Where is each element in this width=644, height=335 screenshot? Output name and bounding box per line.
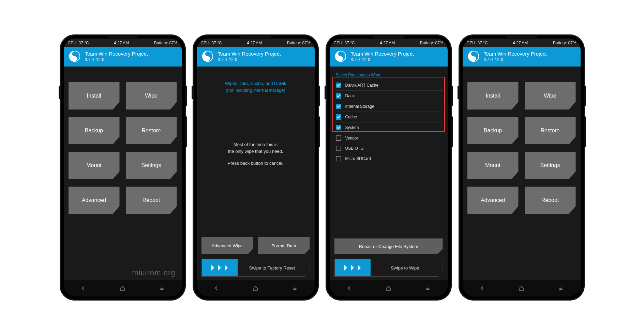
header-version: 3.7.0_12-0 xyxy=(351,57,414,62)
status-cpu: CPU: 37 °C xyxy=(68,41,89,45)
status-time: 4:27 AM xyxy=(114,41,129,45)
checkbox-icon[interactable] xyxy=(336,104,341,109)
wipe-button[interactable]: Wipe xyxy=(525,82,576,110)
swipe-slider[interactable]: Swipe to Factory Reset xyxy=(201,259,310,277)
partition-row[interactable]: Dalvik/ART Cache xyxy=(334,80,443,91)
mount-button[interactable]: Mount xyxy=(467,152,519,179)
twrp-logo-icon xyxy=(69,50,81,62)
nav-menu-icon[interactable] xyxy=(285,285,305,291)
checkbox-icon[interactable] xyxy=(336,93,341,99)
backup-button[interactable]: Backup xyxy=(69,117,120,144)
navbar xyxy=(64,280,182,296)
partition-list: Dalvik/ART CacheDataInternal StorageCach… xyxy=(334,80,443,164)
nav-home-icon[interactable] xyxy=(245,285,266,291)
advanced-button[interactable]: Advanced xyxy=(467,187,519,214)
nav-back-icon[interactable] xyxy=(339,285,359,291)
repair-fs-button[interactable]: Repair or Change File System xyxy=(334,238,443,254)
partition-row[interactable]: Cache xyxy=(334,112,443,122)
install-button[interactable]: Install xyxy=(467,82,519,110)
reboot-button[interactable]: Reboot xyxy=(126,187,177,214)
backup-button[interactable]: Backup xyxy=(467,117,519,144)
svg-point-20 xyxy=(472,58,474,60)
nav-menu-icon[interactable] xyxy=(418,285,438,291)
partition-row[interactable]: System xyxy=(334,122,443,133)
wipe-description: Wipes Data, Cache, and Dalvik (not inclu… xyxy=(201,80,310,93)
statusbar: CPU: 37 °C 4:27 AM Battery: 87% xyxy=(197,39,315,47)
reboot-button[interactable]: Reboot xyxy=(525,187,576,214)
partition-row[interactable]: Vendor xyxy=(334,133,443,143)
status-time: 4:27 AM xyxy=(380,41,395,45)
wipe-button[interactable]: Wipe xyxy=(126,82,177,110)
twrp-logo-icon xyxy=(467,50,480,62)
nav-menu-icon[interactable] xyxy=(152,285,172,291)
status-cpu: CPU: 37 °C xyxy=(467,41,488,45)
nav-menu-icon[interactable] xyxy=(551,285,571,291)
header: Team Win Recovery Project 3.7.0_12-0 xyxy=(64,47,182,67)
partition-row[interactable]: Micro SDCard xyxy=(334,154,443,164)
swipe-label: Swipe to Factory Reset xyxy=(238,265,310,271)
nav-back-icon[interactable] xyxy=(472,285,492,291)
partitions-label: Select Partitions to Wipe: xyxy=(334,70,443,80)
advanced-wipe-button[interactable]: Advanced Wipe xyxy=(201,237,253,254)
partition-label: Vendor xyxy=(345,136,358,141)
phone-frame-1: CPU: 37 °C 4:27 AM Battery: 87% Team Win… xyxy=(60,34,186,301)
header-title: Team Win Recovery Project xyxy=(85,51,148,57)
partition-label: Dalvik/ART Cache xyxy=(345,83,379,88)
install-button[interactable]: Install xyxy=(69,82,120,110)
nav-home-icon[interactable] xyxy=(378,285,399,291)
nav-home-icon[interactable] xyxy=(112,285,133,291)
statusbar: CPU: 37 °C 4:27 AM Battery: 87% xyxy=(64,39,182,47)
header-title: Team Win Recovery Project xyxy=(218,51,281,57)
nav-back-icon[interactable] xyxy=(73,285,93,291)
checkbox-icon[interactable] xyxy=(336,83,341,88)
header: Team Win Recovery Project 3.7.0_12-0 xyxy=(330,47,448,67)
partition-label: Data xyxy=(345,93,354,98)
format-data-button[interactable]: Format Data xyxy=(258,237,310,254)
statusbar: CPU: 37 °C 4:27 AM Battery: 87% xyxy=(463,39,581,47)
checkbox-icon[interactable] xyxy=(336,146,341,151)
status-battery: Battery: 87% xyxy=(553,41,576,45)
navbar xyxy=(330,280,448,296)
header-title: Team Win Recovery Project xyxy=(351,51,414,57)
status-battery: Battery: 87% xyxy=(420,41,444,45)
partition-row[interactable]: Internal Storage xyxy=(334,101,443,112)
settings-button[interactable]: Settings xyxy=(126,152,177,179)
twrp-logo-icon xyxy=(334,50,347,62)
phone-frame-3: CPU: 37 °C 4:27 AM Battery: 87% Team Win… xyxy=(326,34,452,301)
restore-button[interactable]: Restore xyxy=(126,117,177,144)
partition-label: Micro SDCard xyxy=(345,156,371,161)
navbar xyxy=(463,280,581,296)
advanced-button[interactable]: Advanced xyxy=(69,187,120,214)
partition-row[interactable]: Data xyxy=(334,91,443,101)
status-time: 4:27 AM xyxy=(513,41,528,45)
wipe-hint: Most of the time this is the only wipe t… xyxy=(201,141,310,167)
header-version: 3.7.0_12-0 xyxy=(484,57,547,62)
settings-button[interactable]: Settings xyxy=(525,152,576,179)
checkbox-icon[interactable] xyxy=(336,114,341,120)
navbar xyxy=(197,280,315,296)
nav-home-icon[interactable] xyxy=(511,285,531,291)
partition-label: Internal Storage xyxy=(345,104,374,109)
status-battery: Battery: 87% xyxy=(154,41,178,45)
svg-point-2 xyxy=(73,58,75,60)
svg-point-14 xyxy=(339,58,341,60)
nav-back-icon[interactable] xyxy=(206,285,226,291)
checkbox-icon[interactable] xyxy=(336,125,341,130)
checkbox-icon[interactable] xyxy=(336,135,341,141)
swipe-label: Swipe to Wipe xyxy=(371,265,443,271)
mount-button[interactable]: Mount xyxy=(69,152,120,179)
statusbar: CPU: 37 °C 4:27 AM Battery: 87% xyxy=(330,39,448,47)
header: Team Win Recovery Project 3.7.0_12-0 xyxy=(197,47,315,67)
swipe-slider[interactable]: Swipe to Wipe xyxy=(334,259,443,277)
twrp-logo-icon xyxy=(201,50,214,62)
status-cpu: CPU: 37 °C xyxy=(201,41,222,45)
header: Team Win Recovery Project 3.7.0_12-0 xyxy=(463,47,581,67)
swipe-handle-icon[interactable] xyxy=(335,259,371,276)
partition-row[interactable]: USB OTG xyxy=(334,143,443,154)
swipe-handle-icon[interactable] xyxy=(202,259,238,276)
phone-frame-2: CPU: 37 °C 4:27 AM Battery: 87% Team Win… xyxy=(193,34,319,301)
partition-label: System xyxy=(345,125,359,130)
status-cpu: CPU: 37 °C xyxy=(334,41,355,45)
restore-button[interactable]: Restore xyxy=(525,117,576,144)
checkbox-icon[interactable] xyxy=(336,156,341,161)
